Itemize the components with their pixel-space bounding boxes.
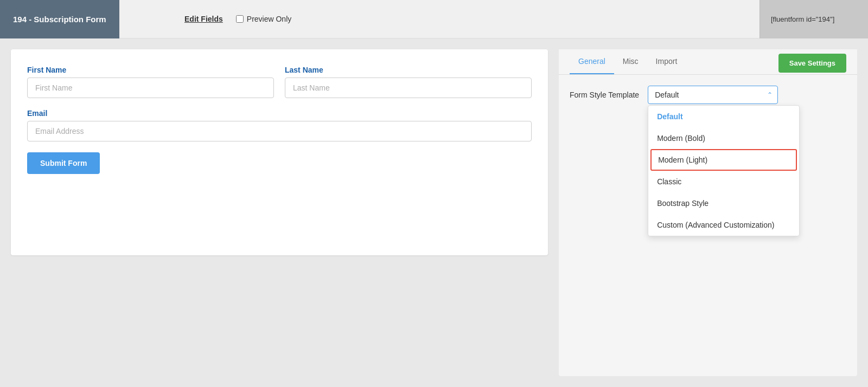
edit-fields-link[interactable]: Edit Fields — [184, 15, 223, 23]
tab-general[interactable]: General — [570, 49, 614, 74]
save-settings-button[interactable]: Save Settings — [778, 54, 846, 73]
preview-only-checkbox[interactable] — [236, 15, 244, 23]
dropdown-options-list: Default Modern (Bold) Modern (Light) Cla… — [648, 105, 800, 236]
email-field: Email — [27, 109, 532, 141]
shortcode-text: [fluentform id="194"] — [771, 15, 834, 23]
first-name-label: First Name — [27, 66, 274, 74]
option-modern-bold[interactable]: Modern (Bold) — [648, 127, 799, 149]
settings-panel: General Misc Import Save Settings Form S… — [559, 49, 857, 376]
form-title-badge: 194 - Subscription Form — [0, 0, 119, 38]
last-name-field: Last Name — [285, 66, 532, 98]
form-title: 194 - Subscription Form — [13, 15, 106, 24]
last-name-label: Last Name — [285, 66, 532, 74]
tab-import[interactable]: Import — [647, 49, 686, 74]
last-name-input[interactable] — [285, 78, 532, 98]
option-default[interactable]: Default — [648, 106, 799, 127]
form-preview-panel: First Name Last Name Email Submit Form — [11, 49, 548, 255]
main-content: First Name Last Name Email Submit Form G… — [0, 38, 868, 387]
option-custom[interactable]: Custom (Advanced Customization) — [648, 214, 799, 236]
top-bar-actions: Edit Fields Preview Only — [184, 15, 291, 23]
form-style-dropdown-wrapper: Default Modern (Bold) Modern (Light) Cla… — [648, 86, 778, 104]
option-classic[interactable]: Classic — [648, 171, 799, 192]
form-style-label: Form Style Template — [570, 91, 639, 99]
first-name-input[interactable] — [27, 78, 274, 98]
top-bar: 194 - Subscription Form Edit Fields Prev… — [0, 0, 868, 38]
shortcode-badge: [fluentform id="194"] — [760, 0, 868, 38]
first-name-field: First Name — [27, 66, 274, 98]
settings-tabs: General Misc Import Save Settings — [559, 49, 857, 75]
preview-only-label[interactable]: Preview Only — [236, 15, 291, 23]
form-style-select[interactable]: Default Modern (Bold) Modern (Light) Cla… — [648, 86, 778, 104]
submit-button[interactable]: Submit Form — [27, 152, 100, 174]
email-row: Email — [27, 109, 532, 141]
option-bootstrap[interactable]: Bootstrap Style — [648, 192, 799, 214]
option-modern-light[interactable]: Modern (Light) — [650, 149, 797, 171]
name-row: First Name Last Name — [27, 66, 532, 98]
submit-row: Submit Form — [27, 152, 532, 174]
tab-misc[interactable]: Misc — [614, 49, 647, 74]
preview-only-text: Preview Only — [247, 15, 291, 23]
email-input[interactable] — [27, 121, 532, 141]
settings-body: Form Style Template Default Modern (Bold… — [559, 75, 857, 115]
form-style-row: Form Style Template Default Modern (Bold… — [570, 86, 846, 104]
email-label: Email — [27, 109, 532, 118]
